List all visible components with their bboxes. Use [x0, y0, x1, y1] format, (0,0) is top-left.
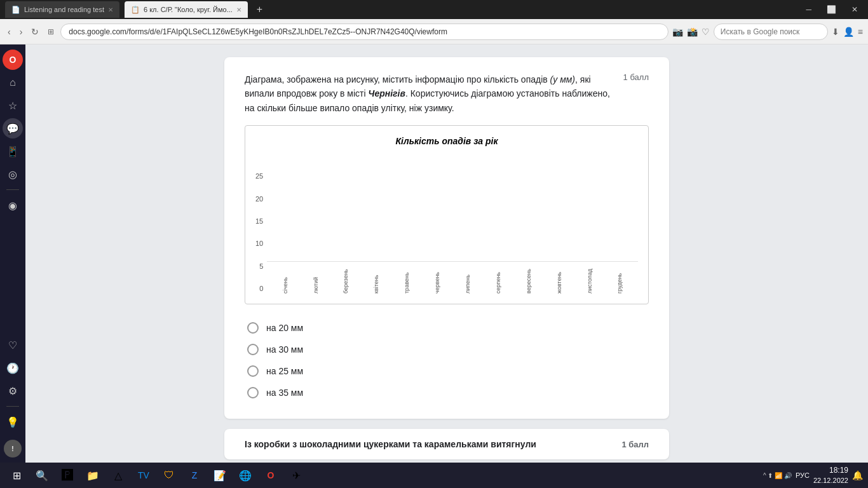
- x-label-грудень: грудень: [606, 264, 634, 294]
- radio-option-opt1[interactable]: на 20 мм: [245, 317, 649, 339]
- points-badge: 1 балл: [623, 72, 649, 82]
- folder-btn[interactable]: 📁: [81, 465, 104, 485]
- start-button[interactable]: ⊞: [5, 465, 28, 485]
- next-question-card: Із коробки з шоколадними цукерками та ка…: [224, 429, 669, 459]
- search-input[interactable]: [714, 24, 828, 40]
- y-label-25: 25: [255, 173, 263, 180]
- tab-2[interactable]: 📋 6 кл. С/Р. "Коло, круг. Ймо... ✕: [125, 1, 248, 18]
- address-bar: ‹ › ↻ ⊞ 📷 📸 ♡ ⬇ 👤 ≡: [0, 19, 868, 44]
- messenger-icon[interactable]: 💬: [3, 118, 23, 139]
- time: 18:19: [813, 465, 848, 476]
- question-text: Діаграма, зображена на рисунку, містить …: [245, 72, 613, 115]
- radio-option-opt4[interactable]: на 35 мм: [245, 382, 649, 403]
- radio-option-opt3[interactable]: на 25 мм: [245, 360, 649, 382]
- back-button[interactable]: ‹: [5, 25, 13, 38]
- clock-display: 18:19 22.12.2022: [813, 465, 848, 485]
- minimize-button[interactable]: ─: [801, 5, 817, 14]
- x-label-серпень: серпень: [484, 264, 512, 294]
- opera-logo-icon[interactable]: O: [3, 50, 23, 70]
- chart-container: Кількість опадів за рік 0 5 10 15 20 25: [245, 125, 649, 304]
- radio-circle-opt2[interactable]: [247, 344, 259, 355]
- radio-options: на 20 ммна 30 ммна 25 ммна 35 мм: [245, 317, 649, 403]
- history-icon[interactable]: 🕐: [3, 358, 23, 378]
- chrome-btn[interactable]: 🌐: [234, 465, 257, 485]
- system-tray: ^ ⬆ 📶 🔊 РУС 18:19 22.12.2022 🔔: [763, 465, 863, 485]
- main-layout: O ⌂ ☆ 💬 📱 ◎ ◉ ♡ 🕐 ⚙ 💡 ! Діаграма, зображ…: [0, 44, 868, 463]
- x-labels: січеньлютийберезеньквітеньтравеньчервень…: [267, 264, 638, 294]
- whatsapp-icon[interactable]: 📱: [3, 141, 23, 161]
- sidebar-divider-2: [6, 406, 19, 407]
- maximize-button[interactable]: ⬜: [822, 5, 841, 14]
- chat-icon[interactable]: !: [4, 440, 22, 458]
- heart-sidebar-icon[interactable]: ♡: [3, 335, 23, 355]
- grid-line: [267, 261, 638, 262]
- radio-label-opt2: на 30 мм: [266, 344, 303, 355]
- heart-icon[interactable]: ♡: [702, 27, 710, 37]
- tab-1-close[interactable]: ✕: [108, 6, 113, 13]
- y-axis: 0 5 10 15 20 25: [255, 173, 263, 294]
- chart-title: Кількість опадів за рік: [255, 136, 638, 146]
- x-label-вересень: вересень: [514, 264, 543, 294]
- reload-button[interactable]: ↻: [29, 25, 41, 38]
- radio-label-opt1: на 20 мм: [266, 323, 303, 333]
- radio-option-opt2[interactable]: на 30 мм: [245, 339, 649, 360]
- tab-2-label: 6 кл. С/Р. "Коло, круг. Ймо...: [144, 6, 233, 13]
- url-input[interactable]: [60, 24, 668, 40]
- bars-area: січеньлютийберезеньквітеньтравеньчервень…: [267, 262, 638, 294]
- x-label-травень: травень: [393, 264, 421, 294]
- tab-1-label: Listening and reading test: [24, 6, 104, 13]
- x-label-лютий: лютий: [301, 264, 330, 294]
- download-icon[interactable]: ⬇: [832, 27, 839, 37]
- question-city: Чернігів: [369, 88, 405, 98]
- radio-circle-opt3[interactable]: [247, 365, 259, 377]
- teamviewer-btn[interactable]: TV: [132, 465, 155, 485]
- notification-icon[interactable]: 🔔: [852, 470, 863, 480]
- grid-button[interactable]: ⊞: [45, 26, 57, 37]
- tab-2-close[interactable]: ✕: [236, 6, 241, 13]
- bookmark-icon[interactable]: 📷: [672, 27, 683, 37]
- next-question-text: Із коробки з шоколадними цукерками та ка…: [245, 439, 536, 449]
- vk-icon[interactable]: ◉: [3, 195, 23, 215]
- search-taskbar[interactable]: 🔍: [31, 465, 53, 485]
- menu-icon[interactable]: ≡: [858, 27, 863, 37]
- radio-label-opt3: на 25 мм: [266, 366, 303, 376]
- x-label-липень: липень: [454, 264, 482, 294]
- telegram-btn[interactable]: ✈: [285, 465, 308, 485]
- tab-1[interactable]: 📄 Listening and reading test ✕: [5, 1, 119, 18]
- question-header: Діаграма, зображена на рисунку, містить …: [245, 72, 649, 115]
- drive-btn[interactable]: △: [107, 465, 130, 485]
- windows-taskbar: ⊞ 🔍 🅿 📁 △ TV 🛡 Z 📝 🌐 O ✈ ^ ⬆ 📶 🔊 РУС 18:…: [0, 463, 868, 488]
- bookmarks-icon[interactable]: ☆: [3, 95, 23, 116]
- zoom-btn[interactable]: Z: [183, 465, 206, 485]
- y-label-0: 0: [255, 285, 263, 292]
- browser-titlebar: 📄 Listening and reading test ✕ 📋 6 кл. С…: [0, 0, 868, 19]
- home-icon[interactable]: ⌂: [3, 72, 23, 93]
- x-label-квітень: квітень: [362, 264, 391, 294]
- tips-icon[interactable]: 💡: [3, 412, 23, 432]
- page-content: Діаграма, зображена на рисунку, містить …: [224, 44, 669, 463]
- tray-icons: ^ ⬆ 📶 🔊: [763, 472, 792, 479]
- opera-taskbar-btn[interactable]: O: [259, 465, 282, 485]
- y-label-5: 5: [255, 263, 263, 270]
- x-label-жовтень: жовтень: [545, 264, 573, 294]
- sidebar-divider-1: [6, 189, 19, 190]
- profile-icon[interactable]: 👤: [843, 27, 854, 37]
- content-area: Діаграма, зображена на рисунку, містить …: [25, 44, 868, 463]
- forward-button[interactable]: ›: [17, 25, 25, 38]
- notes-btn[interactable]: 📝: [208, 465, 231, 485]
- chart-wrap: 0 5 10 15 20 25: [255, 154, 638, 294]
- new-tab-button[interactable]: +: [253, 4, 266, 15]
- instagram-icon[interactable]: ◎: [3, 164, 23, 184]
- tab-1-icon: 📄: [11, 6, 20, 14]
- powerpoint-btn[interactable]: 🅿: [56, 465, 79, 485]
- next-question-points: 1 балл: [621, 440, 649, 449]
- x-label-червень: червень: [423, 264, 452, 294]
- y-label-20: 20: [255, 196, 263, 203]
- avast-btn[interactable]: 🛡: [158, 465, 180, 485]
- radio-circle-opt4[interactable]: [247, 387, 259, 398]
- settings-icon[interactable]: ⚙: [3, 381, 23, 401]
- radio-circle-opt1[interactable]: [247, 322, 259, 334]
- x-label-січень: січень: [271, 264, 299, 294]
- close-button[interactable]: ✕: [846, 5, 863, 14]
- screenshot-icon[interactable]: 📸: [687, 27, 698, 37]
